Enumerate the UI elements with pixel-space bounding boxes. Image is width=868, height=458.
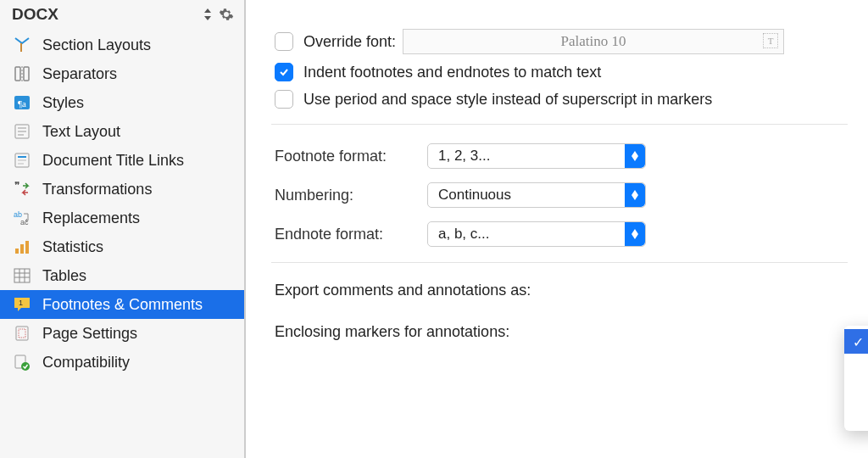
sidebar-item-statistics[interactable]: Statistics	[0, 232, 244, 261]
period-space-row: Use period and space style instead of su…	[275, 90, 848, 109]
divider-2	[271, 262, 848, 263]
sidebar-item-label: Separators	[42, 65, 117, 83]
sort-icon[interactable]	[198, 5, 217, 24]
numbering-select[interactable]: Continuous	[427, 182, 646, 208]
indent-checkbox[interactable]	[275, 63, 293, 81]
override-font-row: Override font: Palatino 10 T	[275, 29, 848, 54]
sidebar-item-compatibility[interactable]: Compatibility	[0, 348, 244, 377]
export-dropdown: ✓ Margin comments Inline comments Footno…	[844, 326, 868, 431]
sidebar-item-section-layouts[interactable]: Section Layouts	[0, 31, 244, 59]
tables-icon	[12, 266, 32, 285]
endnote-format-select[interactable]: a, b, c...	[427, 221, 646, 247]
endnote-format-row: Endnote format: a, b, c...	[275, 221, 848, 247]
footnotes-comments-icon: 1	[12, 295, 32, 314]
numbering-row: Numbering: Continuous	[275, 182, 848, 208]
sidebar-item-page-settings[interactable]: Page Settings	[0, 319, 244, 348]
sidebar-item-separators[interactable]: Separators	[0, 59, 244, 88]
page-settings-icon	[12, 324, 32, 343]
text-layout-icon	[12, 122, 32, 141]
svg-rect-26	[19, 329, 25, 338]
indent-label: Indent footnotes and endnotes to match t…	[303, 64, 601, 81]
svg-rect-17	[20, 244, 24, 254]
sidebar: DOCX Section Layouts Separators	[0, 0, 246, 458]
sidebar-item-label: Text Layout	[42, 123, 120, 141]
footnote-format-label: Footnote format:	[275, 148, 427, 165]
font-picker-icon[interactable]: T	[763, 33, 778, 48]
select-arrows-icon	[625, 144, 645, 168]
svg-rect-0	[15, 67, 20, 81]
gear-icon[interactable]	[217, 5, 236, 24]
svg-rect-19	[14, 269, 30, 282]
dropdown-item-margin-comments[interactable]: ✓ Margin comments	[844, 329, 868, 354]
sidebar-item-label: Document Title Links	[42, 152, 184, 170]
select-arrows-icon	[625, 183, 645, 207]
svg-text:❞: ❞	[14, 181, 19, 192]
footnote-format-value: 1, 2, 3...	[438, 148, 490, 165]
sidebar-item-label: Page Settings	[42, 325, 137, 343]
sidebar-item-label: Footnotes & Comments	[42, 296, 203, 314]
footnote-format-select[interactable]: 1, 2, 3...	[427, 143, 646, 169]
svg-rect-2	[24, 67, 29, 81]
svg-text:¶a: ¶a	[18, 98, 26, 109]
title-links-icon	[12, 151, 32, 170]
svg-rect-25	[16, 327, 28, 340]
enclosing-label: Enclosing markers for annotations:	[275, 323, 848, 341]
sidebar-item-document-title-links[interactable]: Document Title Links	[0, 146, 244, 175]
sidebar-item-label: Transformations	[42, 181, 152, 198]
sidebar-list: Section Layouts Separators ¶a Styles Tex…	[0, 29, 244, 458]
replacements-icon: abac	[12, 209, 32, 227]
numbering-label: Numbering:	[275, 187, 427, 204]
svg-rect-18	[25, 241, 29, 254]
main-panel: Override font: Palatino 10 T Indent foot…	[246, 0, 868, 458]
dropdown-item-endnotes[interactable]: Endnotes	[844, 403, 868, 427]
check-icon: ✓	[853, 334, 864, 350]
svg-text:1: 1	[19, 299, 23, 307]
indent-row: Indent footnotes and endnotes to match t…	[275, 63, 848, 81]
dropdown-item-footnotes[interactable]: Footnotes	[844, 378, 868, 403]
statistics-icon	[12, 237, 32, 256]
font-field[interactable]: Palatino 10 T	[403, 29, 784, 54]
sidebar-title: DOCX	[12, 5, 198, 24]
endnote-format-value: a, b, c...	[438, 226, 489, 243]
numbering-value: Continuous	[438, 187, 511, 204]
sidebar-item-footnotes-comments[interactable]: 1 Footnotes & Comments	[0, 290, 244, 319]
period-space-checkbox[interactable]	[275, 90, 293, 109]
sidebar-item-label: Tables	[42, 267, 86, 285]
sidebar-item-replacements[interactable]: abac Replacements	[0, 204, 244, 232]
font-value: Palatino 10	[561, 33, 626, 50]
period-space-label: Use period and space style instead of su…	[303, 91, 712, 109]
svg-rect-16	[15, 249, 19, 254]
sidebar-item-tables[interactable]: Tables	[0, 261, 244, 290]
footnote-format-row: Footnote format: 1, 2, 3...	[275, 143, 848, 169]
svg-point-28	[21, 362, 30, 371]
section-layouts-icon	[12, 36, 32, 54]
sidebar-item-label: Section Layouts	[42, 36, 151, 54]
dropdown-item-inline-comments[interactable]: Inline comments	[844, 354, 868, 378]
styles-icon: ¶a	[12, 93, 32, 112]
compatibility-icon	[12, 353, 32, 371]
override-font-label: Override font:	[303, 33, 396, 51]
override-font-checkbox[interactable]	[275, 32, 293, 51]
sidebar-header: DOCX	[0, 0, 244, 29]
sidebar-item-transformations[interactable]: ❞ Transformations	[0, 175, 244, 204]
separators-icon	[12, 64, 32, 83]
select-arrows-icon	[625, 222, 645, 246]
sidebar-item-text-layout[interactable]: Text Layout	[0, 117, 244, 146]
sidebar-item-label: Styles	[42, 94, 84, 112]
sidebar-item-label: Compatibility	[42, 354, 130, 371]
sidebar-item-label: Statistics	[42, 238, 103, 256]
transformations-icon: ❞	[12, 180, 32, 198]
export-label: Export comments and annotations as:	[275, 282, 848, 299]
endnote-format-label: Endnote format:	[275, 226, 427, 243]
divider-1	[271, 124, 848, 125]
sidebar-item-styles[interactable]: ¶a Styles	[0, 88, 244, 117]
sidebar-item-label: Replacements	[42, 209, 140, 227]
